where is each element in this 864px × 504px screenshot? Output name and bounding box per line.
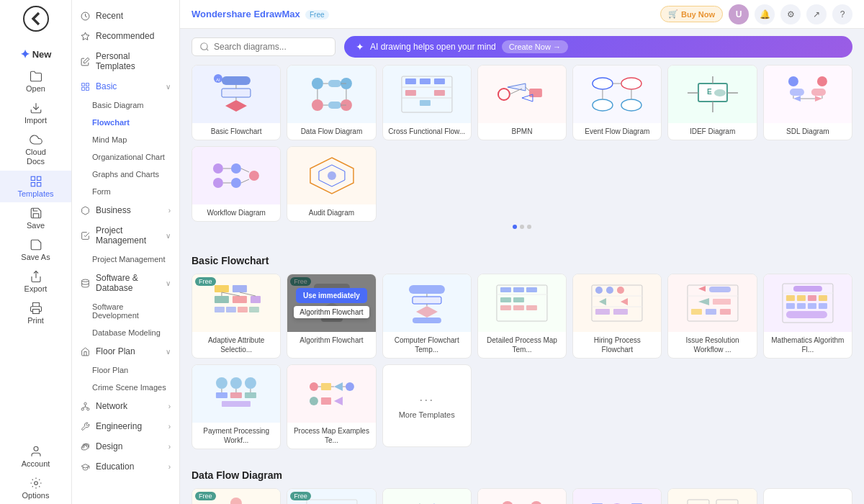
sidebar-section-project-mgmt[interactable]: Project Management ∨ [72,220,179,251]
notifications-button[interactable]: 🔔 [755,4,775,24]
user-avatar[interactable]: U [729,4,749,24]
dot-1[interactable] [513,225,517,229]
template-dfd5[interactable] [572,488,662,504]
account-button[interactable]: Account [0,441,71,472]
more-templates-dfd[interactable]: ··· More Templates [763,488,852,504]
print-button[interactable]: Print [0,297,71,329]
svg-line-109 [240,292,256,296]
data-flow-preview [297,73,367,116]
sidebar-item-software-dev[interactable]: Software Development [72,298,179,324]
svg-text:E: E [707,88,712,96]
sidebar-item-mind-map[interactable]: Mind Map [72,131,179,148]
template-adaptive[interactable]: Free [192,274,281,359]
sidebar-section-education[interactable]: Education › [72,456,179,477]
dfd4-preview [487,496,557,504]
cloud-documents-button[interactable]: CloudDocs [0,129,71,171]
dot-3[interactable] [527,225,531,229]
workflow-preview [201,154,271,197]
sidebar-section-network[interactable]: Network › [72,396,179,416]
svg-rect-164 [786,311,827,318]
template-dfd2[interactable]: Free [287,488,376,504]
save-as-button[interactable]: Save As [0,234,71,266]
import-button[interactable]: Import [0,97,71,129]
floor-plan-icon [81,347,90,356]
flowchart-type-cross[interactable]: Cross Functional Flow... [382,65,472,140]
flowchart-type-sdl[interactable]: SDL Diagram [763,65,852,140]
use-immediately-button[interactable]: Use immediately [296,288,367,303]
template-detailed[interactable]: Detailed Process Map Tem... [477,274,567,359]
svg-rect-160 [786,303,795,309]
svg-point-94 [249,171,259,181]
flowchart-type-idef[interactable]: E IDEF Diagram [667,65,757,140]
basic-flowchart-row2: Payment Processing Workf... [192,364,852,449]
template-payment[interactable]: Payment Processing Workf... [192,364,281,449]
template-algorithm[interactable]: Free Use immediately Algorithm Flowchart [287,274,376,359]
open-button[interactable]: Open [0,66,71,97]
sidebar-section-basic[interactable]: Basic ∨ [72,76,179,96]
svg-point-139 [617,287,624,294]
svg-rect-176 [320,383,330,390]
share-button[interactable]: ↗ [806,4,827,24]
svg-rect-83 [790,89,804,96]
flowchart-type-dataflow[interactable]: Data Flow Diagram [287,65,376,140]
flowchart-type-audit[interactable]: Audit Diagram [287,146,376,222]
template-dfd4[interactable] [477,488,567,504]
template-hiring[interactable]: Hiring Process Flowchart [572,274,662,359]
sidebar-item-recent[interactable]: Recent [72,6,179,26]
templates-button[interactable]: Templates [0,171,71,202]
template-process-map[interactable]: Process Map Examples Te... [287,364,376,449]
search-input[interactable] [214,42,315,52]
template-dfd1[interactable]: Free [192,488,281,504]
create-now-button[interactable]: Create Now → [502,40,568,53]
sidebar-item-basic-diagram[interactable]: Basic Diagram [72,96,179,114]
svg-point-137 [595,287,603,294]
svg-rect-16 [82,83,85,86]
back-button[interactable] [23,6,49,32]
svg-rect-163 [819,303,827,309]
sidebar-section-floor-plan[interactable]: Floor Plan ∨ [72,341,179,361]
more-templates-card[interactable]: ··· More Templates [382,364,472,447]
svg-rect-4 [31,183,35,186]
flowchart-type-bpmn[interactable]: BPMN [477,65,567,140]
use-immediately-overlay: Use immediately Algorithm Flowchart [287,274,375,332]
export-send-button[interactable]: Export [0,266,71,297]
sidebar-item-personal-templates[interactable]: Personal Templates [72,46,179,76]
options-button[interactable]: Options [0,472,71,504]
settings-button[interactable]: ⚙ [780,4,801,24]
sidebar-item-form[interactable]: Form [72,183,179,200]
sidebar-item-floor-plan[interactable]: Floor Plan [72,361,179,379]
new-button[interactable]: ✦ New [0,43,71,66]
sidebar-item-recommended[interactable]: Recommended [72,26,179,46]
flowchart-type-workflow[interactable]: Workflow Diagram [192,146,281,222]
svg-point-101 [327,171,336,180]
sidebar-item-graphs-charts[interactable]: Graphs and Charts [72,166,179,183]
sidebar-item-crime-scene[interactable]: Crime Scene Images [72,379,179,396]
sidebar-item-org-chart[interactable]: Organizational Chart [72,148,179,166]
sidebar-section-engineering[interactable]: Engineering › [72,416,179,436]
svg-marker-140 [599,298,606,305]
svg-rect-103 [233,285,247,292]
flowchart-type-basic[interactable]: AI Basic Flowchart [192,65,281,140]
save-button[interactable]: Save [0,202,71,234]
svg-rect-106 [251,296,261,303]
computer-preview [392,282,462,325]
template-issue[interactable]: Issue Resolution Workflow ... [667,274,757,359]
template-dfd6[interactable] [667,488,757,504]
sidebar-section-business[interactable]: Business › [72,200,179,220]
template-computer[interactable]: Computer Flowchart Temp... [382,274,472,359]
help-button[interactable]: ? [832,4,852,24]
ai-banner[interactable]: ✦ AI drawing helps open your mind Create… [344,36,852,58]
flowchart-types-row2: Workflow Diagram Audit Diagram [192,146,852,222]
dot-2[interactable] [520,225,524,229]
flowchart-type-event[interactable]: Event Flow Diagram [572,65,662,140]
sidebar-item-db-modeling[interactable]: Database Modeling [72,324,179,341]
sidebar-section-software-db[interactable]: Software & Database ∨ [72,268,179,298]
sidebar-item-project-management[interactable]: Project Management [72,251,179,268]
search-box[interactable] [192,37,336,56]
sidebar-item-flowchart[interactable]: Flowchart [72,114,179,131]
buy-now-button[interactable]: 🛒 Buy Now [660,6,723,22]
template-math-algo[interactable]: Mathematics Algorithm Fl... [763,274,852,359]
sidebar-section-design[interactable]: Design › [72,436,179,456]
template-dfd3[interactable] [382,488,472,504]
idef-preview: E [678,73,748,116]
